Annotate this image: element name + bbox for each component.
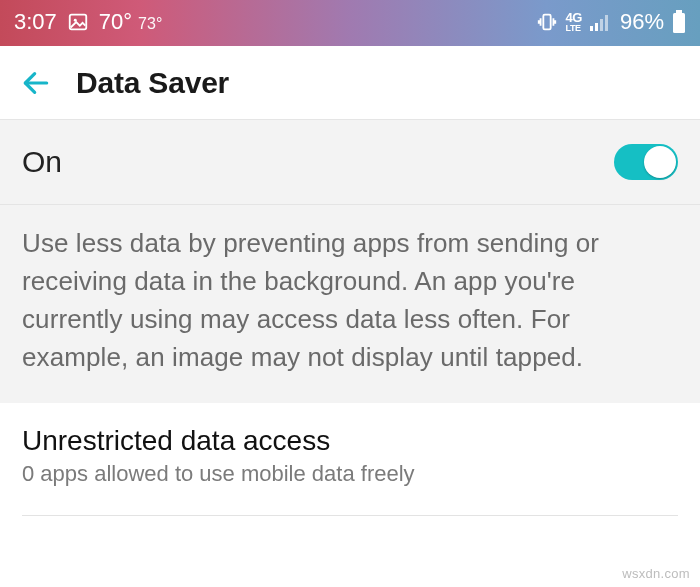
battery-percentage: 96%: [620, 9, 664, 35]
unrestricted-title: Unrestricted data access: [22, 425, 678, 457]
toggle-state-label: On: [22, 145, 62, 179]
page-title: Data Saver: [76, 66, 229, 100]
status-right: 4GLTE 96%: [536, 9, 686, 35]
switch-knob: [644, 146, 676, 178]
svg-rect-2: [543, 15, 550, 30]
status-left: 3:07 70° 73°: [14, 9, 162, 35]
signal-icon: [590, 13, 612, 31]
status-temperature: 70° 73°: [99, 9, 162, 35]
data-saver-switch[interactable]: [614, 144, 678, 180]
svg-rect-4: [595, 23, 598, 31]
unrestricted-data-access-item[interactable]: Unrestricted data access 0 apps allowed …: [0, 403, 700, 503]
svg-rect-3: [590, 26, 593, 31]
svg-rect-7: [676, 10, 682, 13]
back-button[interactable]: [16, 63, 56, 103]
battery-icon: [672, 10, 686, 34]
app-bar: Data Saver: [0, 46, 700, 120]
svg-rect-5: [600, 19, 603, 31]
data-saver-description: Use less data by preventing apps from se…: [0, 205, 700, 403]
image-icon: [67, 11, 89, 33]
data-saver-toggle-row[interactable]: On: [0, 120, 700, 205]
vibrate-icon: [536, 11, 558, 33]
network-4g-icon: 4GLTE: [566, 12, 582, 32]
divider: [22, 515, 678, 516]
arrow-left-icon: [20, 67, 52, 99]
watermark: wsxdn.com: [622, 566, 690, 581]
status-time: 3:07: [14, 9, 57, 35]
svg-rect-6: [605, 15, 608, 31]
status-bar: 3:07 70° 73° 4GLTE: [0, 0, 700, 46]
svg-rect-8: [673, 13, 685, 33]
temp-low: 73°: [138, 15, 162, 33]
unrestricted-subtitle: 0 apps allowed to use mobile data freely: [22, 461, 678, 487]
temp-high: 70°: [99, 9, 132, 35]
